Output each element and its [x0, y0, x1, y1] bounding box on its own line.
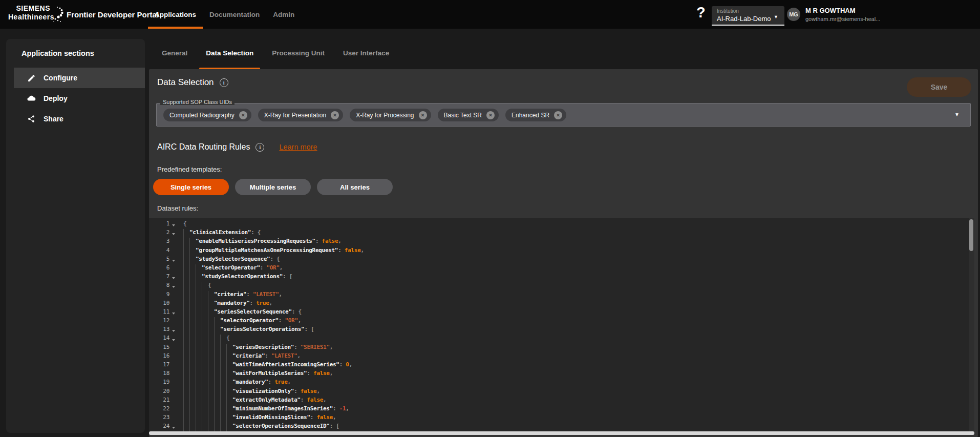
indent-guide [202, 423, 208, 431]
fold-toggle-icon[interactable] [169, 335, 177, 343]
indent-guide [220, 352, 226, 361]
fold-slot [169, 370, 177, 379]
template-button-single-series[interactable]: Single series [153, 179, 229, 195]
info-icon[interactable]: i [255, 143, 264, 152]
tab-data-selection[interactable]: Data Selection [199, 45, 260, 69]
remove-icon[interactable]: ✕ [419, 111, 427, 119]
indent-guide [202, 414, 208, 423]
token-b: false [345, 247, 361, 256]
sidebar: Application sections ConfigureDeployShar… [6, 39, 145, 433]
remove-icon[interactable]: ✕ [486, 111, 495, 119]
indent-guide [214, 344, 220, 352]
fold-toggle-icon[interactable] [169, 256, 177, 264]
token-k: "visualizationOnly" [232, 388, 294, 397]
sop-chip[interactable]: Enhanced SR✕ [505, 109, 566, 121]
remove-icon[interactable]: ✕ [554, 111, 562, 119]
fold-toggle-icon[interactable] [169, 282, 177, 290]
line-number: 18 [149, 370, 169, 379]
token-p: , [346, 405, 349, 414]
brand-logo[interactable]: SIEMENS Healthineers [8, 4, 50, 21]
nav-item-applications[interactable]: Applications [148, 0, 203, 29]
indent-guide [189, 300, 196, 308]
tab-user-interface[interactable]: User Interface [336, 45, 396, 69]
indent-guide [189, 308, 196, 317]
nav-item-label: Applications [155, 11, 196, 18]
sop-chip-label: X-Ray for Processing [356, 112, 414, 119]
line-number: 8 [149, 282, 169, 290]
indent-guide [189, 352, 196, 361]
indent-guide [189, 370, 196, 379]
indent-guide [189, 247, 196, 256]
fold-toggle-icon[interactable] [169, 326, 177, 335]
indent-guide [183, 379, 189, 387]
sop-chip[interactable]: X-Ray for Processing✕ [350, 109, 431, 121]
indent-guide [220, 361, 226, 370]
fold-toggle-icon[interactable] [169, 229, 177, 238]
institution-select[interactable]: Institution AI-Rad-Lab-Demo ▼ [712, 6, 784, 26]
indent-guide [208, 317, 214, 326]
token-b: true [274, 379, 287, 387]
avatar[interactable]: MG [787, 8, 800, 21]
token-p: : [333, 405, 339, 414]
chevron-down-icon [172, 286, 175, 288]
code-text: "selectorOperationsSequenceID": [ [183, 423, 339, 431]
code-line: 5"studySelectorSequence": { [149, 256, 974, 264]
indent-guide [226, 379, 232, 387]
indent-guide [226, 361, 232, 370]
sidebar-item-share[interactable]: Share [14, 109, 145, 129]
fold-toggle-icon[interactable] [169, 273, 177, 282]
tab-label: General [162, 49, 187, 57]
sop-select[interactable]: Computed Radiography✕X-Ray for Presentat… [156, 103, 971, 127]
token-k: "enableMultiseriesProcessingRequests" [196, 238, 315, 246]
nav-item-documentation[interactable]: Documentation [203, 0, 266, 29]
sop-chip[interactable]: Computed Radiography✕ [163, 109, 251, 121]
indent-guide [183, 397, 189, 405]
token-p: , [333, 414, 336, 423]
fold-toggle-icon[interactable] [169, 423, 177, 431]
institution-label: Institution [717, 8, 779, 14]
remove-icon[interactable]: ✕ [331, 111, 339, 119]
template-button-multiple-series[interactable]: Multiple series [235, 179, 311, 195]
indent-guide [220, 414, 226, 423]
sop-chip[interactable]: X-Ray for Presentation✕ [258, 109, 343, 121]
header: SIEMENS Healthineers Frontier Developer … [0, 0, 980, 29]
sidebar-item-configure[interactable]: Configure [14, 68, 145, 88]
nav-item-admin[interactable]: Admin [266, 0, 301, 29]
indent-guide [202, 344, 208, 352]
token-p: : [250, 300, 257, 308]
sidebar-item-deploy[interactable]: Deploy [14, 88, 145, 109]
scrollbar-thumb[interactable] [969, 219, 973, 251]
tab-processing-unit[interactable]: Processing Unit [265, 45, 331, 69]
remove-icon[interactable]: ✕ [239, 111, 247, 119]
token-b: false [313, 370, 330, 379]
token-k: "waitForMultipleSeries" [232, 370, 307, 379]
line-number: 10 [149, 300, 169, 308]
token-p: : [260, 264, 267, 273]
indent-guide [208, 308, 214, 317]
indent-guide [208, 370, 214, 379]
code-editor[interactable]: 1{2"clinicalExtension": {3"enableMultise… [149, 218, 974, 433]
token-p: : { [270, 256, 280, 264]
tab-general[interactable]: General [155, 45, 194, 69]
fold-toggle-icon[interactable] [169, 220, 177, 229]
learn-more-link[interactable]: Learn more [279, 143, 317, 151]
template-button-all-series[interactable]: All series [317, 179, 393, 195]
token-p: : [ [304, 326, 314, 335]
vertical-scrollbar[interactable] [969, 218, 974, 433]
indent-guide [196, 397, 202, 405]
fold-slot [169, 379, 177, 387]
fold-slot [169, 414, 177, 423]
horizontal-scrollbar[interactable] [149, 431, 974, 435]
info-icon[interactable]: i [220, 78, 228, 87]
chevron-down-icon [172, 339, 175, 341]
sop-chip[interactable]: Basic Text SR✕ [438, 109, 499, 121]
token-p: , [280, 264, 283, 273]
help-icon[interactable]: ? [696, 4, 706, 21]
fold-toggle-icon[interactable] [169, 308, 177, 317]
user-menu[interactable]: M R GOWTHAM gowtham.mr@siemens-heal... [805, 7, 880, 22]
save-button[interactable]: Save [907, 77, 971, 97]
token-p: : [ [283, 273, 292, 282]
indent-guide [196, 282, 202, 290]
chevron-down-icon[interactable]: ▼ [954, 112, 960, 117]
code-text: "studySelectorOperations": [ [183, 273, 292, 282]
